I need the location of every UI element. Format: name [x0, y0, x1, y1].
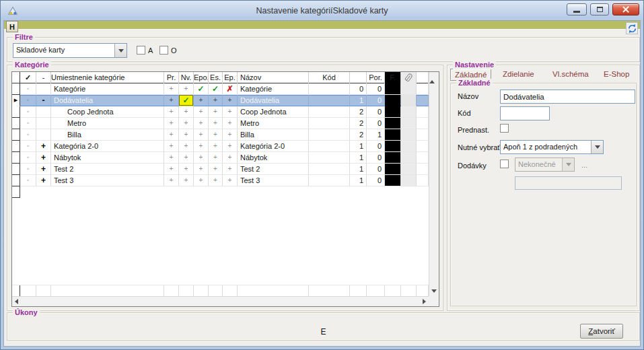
- column-header-epo[interactable]: Epo.: [194, 72, 209, 83]
- pr-flag-cell[interactable]: +: [164, 152, 179, 164]
- prednast-checkbox[interactable]: [500, 124, 509, 133]
- column-header-nazov[interactable]: Názov: [238, 72, 309, 83]
- ep-flag-cell[interactable]: +: [223, 175, 238, 186]
- code-cell[interactable]: [309, 175, 350, 186]
- clip-cell[interactable]: [401, 152, 417, 164]
- pr-flag-cell[interactable]: +: [164, 118, 179, 129]
- pr-flag-cell[interactable]: +: [164, 129, 179, 141]
- nutne-dropdown[interactable]: Apoň 1 z podradených: [500, 140, 604, 154]
- refresh-button[interactable]: [626, 22, 638, 34]
- name-cell[interactable]: Test 2: [238, 164, 309, 175]
- category-path-cell[interactable]: Nábytok: [51, 152, 164, 164]
- ep-flag-cell[interactable]: +: [223, 152, 238, 164]
- name-cell[interactable]: Test 3: [238, 175, 309, 186]
- name-cell[interactable]: Nábytok: [238, 152, 309, 164]
- clip-cell[interactable]: [401, 83, 417, 95]
- es-flag-cell[interactable]: +: [209, 95, 223, 106]
- scroll-up-icon[interactable]: [429, 72, 435, 83]
- table-row[interactable]: ◦Coop Jednota+++++Coop Jednota20: [12, 106, 429, 118]
- ep-flag-cell[interactable]: +: [223, 118, 238, 129]
- filter-dropdown[interactable]: Skladové karty: [13, 43, 127, 58]
- f-cell[interactable]: [385, 152, 401, 164]
- dodavky-checkbox[interactable]: [500, 160, 509, 168]
- filter-a-checkbox[interactable]: [137, 46, 145, 55]
- order-cell[interactable]: 0: [367, 164, 385, 175]
- es-flag-cell[interactable]: ✓: [209, 83, 223, 95]
- extra-cell[interactable]: [417, 129, 429, 141]
- kod-input[interactable]: [500, 106, 550, 120]
- clip-cell[interactable]: [401, 129, 417, 141]
- clip-cell[interactable]: [401, 164, 417, 175]
- name-cell[interactable]: Kategórie: [238, 83, 309, 95]
- nv-flag-cell[interactable]: +: [179, 83, 194, 95]
- code-cell[interactable]: [309, 106, 350, 118]
- level-cell[interactable]: 2: [350, 129, 367, 141]
- es-flag-cell[interactable]: +: [209, 164, 223, 175]
- es-flag-cell[interactable]: +: [209, 118, 223, 129]
- column-header-pr[interactable]: Pr.: [164, 72, 179, 83]
- category-path-cell[interactable]: Kategória 2-0: [51, 141, 164, 152]
- tab-zdielanie[interactable]: Zdielanie: [499, 69, 538, 81]
- row-check-cell[interactable]: ◦: [20, 95, 36, 106]
- level-cell[interactable]: 0: [350, 83, 367, 95]
- code-cell[interactable]: [309, 129, 350, 141]
- table-row[interactable]: ◦+Kategória 2-0+++++Kategória 2-010: [12, 141, 429, 152]
- pr-flag-cell[interactable]: +: [164, 83, 179, 95]
- epo-flag-cell[interactable]: +: [194, 141, 209, 152]
- clip-cell[interactable]: [401, 95, 417, 106]
- maximize-button[interactable]: [590, 3, 609, 15]
- name-cell[interactable]: Coop Jednota: [238, 106, 309, 118]
- extra-cell[interactable]: [417, 83, 429, 95]
- order-cell[interactable]: 0: [367, 152, 385, 164]
- vertical-scrollbar[interactable]: [429, 72, 439, 296]
- f-cell[interactable]: [385, 118, 401, 129]
- row-check-cell[interactable]: ◦: [20, 129, 36, 141]
- expand-toggle[interactable]: [36, 106, 51, 118]
- name-cell[interactable]: Metro: [238, 118, 309, 129]
- row-check-cell[interactable]: ◦: [20, 118, 36, 129]
- close-dialog-button[interactable]: Zatvoriť: [580, 324, 623, 339]
- row-check-cell[interactable]: ◦: [20, 141, 36, 152]
- nv-flag-cell[interactable]: +: [179, 106, 194, 118]
- code-cell[interactable]: [309, 141, 350, 152]
- table-row[interactable]: ◦+Test 2+++++Test 210: [12, 164, 429, 175]
- nv-flag-cell[interactable]: +: [179, 152, 194, 164]
- epo-flag-cell[interactable]: +: [194, 164, 209, 175]
- column-header-clip[interactable]: [401, 72, 417, 83]
- nv-flag-cell[interactable]: +: [179, 118, 194, 129]
- name-cell[interactable]: Kategória 2-0: [238, 141, 309, 152]
- order-cell[interactable]: 0: [367, 83, 385, 95]
- category-path-cell[interactable]: Test 3: [51, 175, 164, 186]
- column-header-sel[interactable]: [12, 72, 20, 83]
- f-cell[interactable]: [385, 95, 401, 106]
- column-header-por[interactable]: Por.: [367, 72, 385, 83]
- ep-flag-cell[interactable]: +: [223, 164, 238, 175]
- epo-flag-cell[interactable]: +: [194, 106, 209, 118]
- expand-toggle[interactable]: [36, 83, 51, 95]
- column-header-name[interactable]: Umiestnenie kategórie: [51, 72, 164, 83]
- expand-toggle[interactable]: -: [36, 95, 51, 106]
- row-check-cell[interactable]: ◦: [20, 106, 36, 118]
- row-check-cell[interactable]: ◦: [20, 83, 36, 95]
- category-path-cell[interactable]: Kategórie: [51, 83, 164, 95]
- extra-cell[interactable]: [417, 106, 429, 118]
- chevron-down-icon[interactable]: [591, 141, 603, 153]
- f-cell[interactable]: [385, 175, 401, 186]
- extra-cell[interactable]: [417, 164, 429, 175]
- es-flag-cell[interactable]: +: [209, 141, 223, 152]
- table-row[interactable]: ◦Kategórie++✓✓✗Kategórie00: [12, 83, 429, 95]
- extra-cell[interactable]: [417, 152, 429, 164]
- code-cell[interactable]: [309, 83, 350, 95]
- current-row-marker[interactable]: ▶: [12, 95, 20, 106]
- expand-toggle[interactable]: [36, 129, 51, 141]
- category-path-cell[interactable]: Coop Jednota: [51, 106, 164, 118]
- pr-flag-cell[interactable]: +: [164, 95, 179, 106]
- order-cell[interactable]: 1: [367, 129, 385, 141]
- nv-flag-cell[interactable]: +: [179, 141, 194, 152]
- chevron-down-icon[interactable]: [114, 44, 127, 57]
- level-cell[interactable]: 2: [350, 106, 367, 118]
- expand-toggle[interactable]: +: [36, 141, 51, 152]
- nv-flag-cell[interactable]: +: [179, 175, 194, 186]
- name-cell[interactable]: Dodávatelia: [238, 95, 309, 106]
- scroll-right-icon[interactable]: [423, 299, 426, 304]
